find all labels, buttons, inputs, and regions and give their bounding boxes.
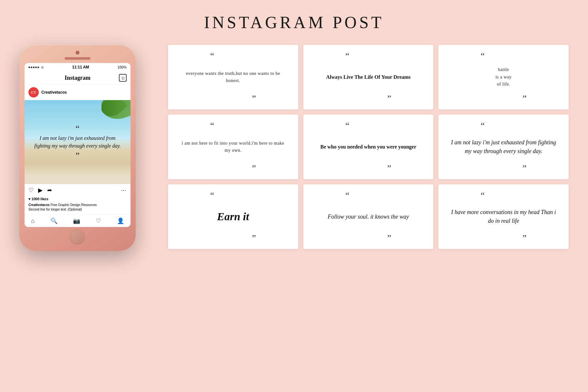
close-quote: ”: [252, 233, 256, 242]
card-text: i am not here to fit into your world.i'm…: [176, 130, 290, 164]
open-quote: “: [481, 51, 485, 60]
battery-indicator: 100%: [118, 65, 127, 69]
quote-card-9: “I have more conversations in my head Th…: [438, 184, 569, 249]
post-caption: Creativetacos Free Graphic Design Resour…: [25, 202, 131, 214]
instagram-header: Instagram ◫: [25, 71, 131, 85]
page-title: INSTAGRAM POST: [204, 13, 384, 32]
comment-icon[interactable]: ▶: [38, 187, 43, 194]
search-nav-icon[interactable]: 🔍: [50, 217, 58, 224]
signal-dot: [33, 67, 35, 68]
more-options-icon[interactable]: ⋯: [121, 187, 127, 193]
quote-card-3: “battle is a way of life.”: [438, 45, 569, 109]
card-text: Be who you needed when you were younger: [317, 130, 419, 164]
open-quote: “: [345, 51, 349, 60]
open-quote: “: [210, 121, 214, 130]
profile-username: Creativetacos: [41, 90, 67, 95]
card-text: I am not lazy i'm just exhausted from fi…: [446, 130, 561, 164]
close-quote: ”: [252, 94, 256, 103]
close-quote: ”: [252, 164, 256, 173]
open-quote: “: [210, 51, 214, 60]
quote-card-5: “Be who you needed when you were younger…: [303, 115, 434, 179]
card-text: everyone wants the truth,but no one want…: [176, 60, 290, 94]
quote-card-8: “Follow your soul. it knows the way”: [303, 184, 434, 249]
post-quote-text: I am not lazy i'm just exhausted from fi…: [34, 135, 121, 149]
signal-dot: [31, 67, 32, 68]
caption-text: Free Graphic Design Resources: [50, 203, 97, 207]
caption-username: Creativetacos: [28, 203, 50, 207]
status-time: 11:11 AM: [72, 65, 89, 69]
phone-camera: [76, 51, 79, 55]
phone-screen: ⊙ 11:11 AM 100% Instagram ◫ CT Creativet…: [25, 63, 131, 227]
heart-icon: ♥: [28, 197, 31, 201]
avatar: CT: [28, 87, 39, 98]
signal-dot: [35, 67, 37, 68]
phone-mockup: ⊙ 11:11 AM 100% Instagram ◫ CT Creativet…: [19, 45, 136, 251]
inbox-icon[interactable]: ◫: [119, 74, 127, 82]
instagram-logo: Instagram: [65, 75, 90, 81]
profile-bar: CT Creativetacos: [25, 85, 131, 100]
quote-card-6: “I am not lazy i'm just exhausted from f…: [438, 115, 569, 179]
card-text: battle is a way of life.: [492, 60, 515, 94]
card-text: Earn it: [214, 200, 252, 233]
open-quote: “: [345, 191, 349, 200]
close-quote: ”: [522, 233, 526, 242]
close-quote: ”: [522, 94, 526, 103]
open-quote: “: [481, 191, 485, 200]
post-open-quote: “: [31, 124, 124, 133]
post-close-quote: ”: [31, 151, 124, 160]
main-content: ⊙ 11:11 AM 100% Instagram ◫ CT Creativet…: [19, 45, 569, 251]
caption-subtext: Second line for longer text. (Optional): [28, 208, 82, 211]
quote-card-1: “everyone wants the truth,but no one wan…: [168, 45, 298, 109]
quote-card-2: “Always Live The Life Of Your Dreams”: [303, 45, 434, 109]
share-icon[interactable]: ➦: [47, 187, 52, 194]
phone-container: ⊙ 11:11 AM 100% Instagram ◫ CT Creativet…: [19, 45, 149, 251]
close-quote: ”: [387, 233, 391, 242]
post-image: “ I am not lazy i'm just exhausted from …: [25, 100, 131, 184]
status-bar: ⊙ 11:11 AM 100%: [25, 63, 131, 71]
post-likes: ♥ 1000 likes: [25, 196, 131, 202]
heart-nav-icon[interactable]: ♡: [96, 217, 101, 224]
phone-nav-bar: ⌂ 🔍 📷 ♡ 👤: [25, 214, 131, 227]
phone-speaker: [65, 57, 90, 60]
cards-grid: “everyone wants the truth,but no one wan…: [168, 45, 569, 249]
card-text: Follow your soul. it knows the way: [324, 200, 412, 233]
post-actions: ♡ ▶ ➦ ⋯: [25, 184, 131, 196]
action-icons: ♡ ▶ ➦: [28, 187, 52, 194]
card-text: Always Live The Life Of Your Dreams: [323, 60, 414, 94]
wifi-icon: ⊙: [41, 66, 44, 69]
signal-dot: [37, 67, 39, 68]
card-text: I have more conversations in my head Tha…: [446, 200, 561, 233]
signal-dot: [28, 67, 30, 68]
camera-nav-icon[interactable]: 📷: [73, 217, 80, 224]
close-quote: ”: [522, 164, 526, 173]
close-quote: ”: [387, 94, 391, 103]
signal-dots: ⊙: [28, 66, 44, 69]
quote-card-4: “i am not here to fit into your world.i'…: [168, 115, 298, 179]
open-quote: “: [210, 191, 214, 200]
close-quote: ”: [387, 164, 391, 173]
post-quote-overlay: “ I am not lazy i'm just exhausted from …: [25, 121, 131, 163]
home-nav-icon[interactable]: ⌂: [31, 218, 35, 224]
quote-card-7: “Earn it”: [168, 184, 298, 249]
like-icon[interactable]: ♡: [28, 187, 34, 194]
likes-count: 1000 likes: [32, 197, 48, 201]
phone-home-button[interactable]: [71, 230, 84, 243]
open-quote: “: [345, 121, 349, 130]
profile-nav-icon[interactable]: 👤: [117, 217, 124, 224]
open-quote: “: [481, 121, 485, 130]
